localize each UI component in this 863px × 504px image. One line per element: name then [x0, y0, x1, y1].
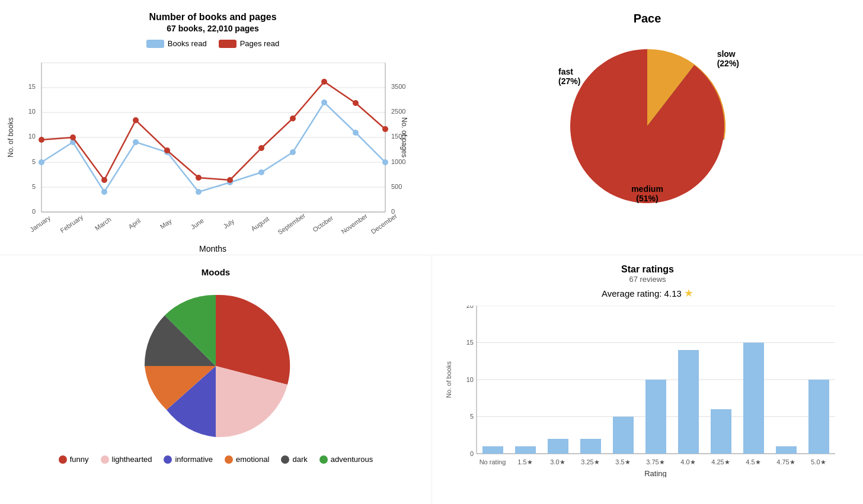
moods-legend-informative: informative — [164, 455, 213, 464]
moods-legend: funny lighthearted informative emotional… — [59, 455, 373, 464]
emotional-label: emotional — [236, 455, 269, 464]
svg-text:5: 5 — [32, 158, 36, 165]
line-chart-subtitle: 67 books, 22,010 pages — [6, 24, 420, 33]
svg-point-36 — [39, 159, 44, 165]
svg-point-47 — [382, 159, 388, 165]
svg-point-52 — [164, 147, 170, 153]
svg-text:2500: 2500 — [391, 108, 405, 115]
svg-text:June: June — [189, 217, 204, 231]
svg-text:3.5★: 3.5★ — [615, 458, 630, 466]
svg-text:April: April — [127, 217, 142, 230]
moods-chart-panel: Moods — [0, 255, 432, 504]
svg-point-44 — [290, 149, 296, 155]
lighthearted-label: lighthearted — [112, 455, 152, 464]
svg-rect-77 — [548, 439, 568, 454]
svg-text:0: 0 — [470, 450, 474, 457]
svg-rect-87 — [711, 409, 731, 454]
main-container: Number of books and pages 67 books, 22,0… — [0, 0, 863, 504]
svg-text:5: 5 — [470, 413, 474, 420]
svg-point-49 — [70, 134, 76, 140]
svg-text:4.75★: 4.75★ — [776, 458, 795, 466]
svg-text:10: 10 — [28, 133, 36, 140]
svg-rect-89 — [743, 343, 764, 454]
svg-rect-93 — [808, 380, 829, 454]
adventurous-label: adventurous — [331, 455, 373, 464]
svg-point-54 — [227, 177, 233, 183]
line-chart-panel: Number of books and pages 67 books, 22,0… — [0, 0, 432, 255]
svg-rect-79 — [580, 439, 601, 454]
line-chart-legend: Books read Pages read — [6, 39, 420, 48]
svg-rect-75 — [515, 447, 536, 454]
svg-text:September: September — [276, 211, 306, 236]
svg-point-57 — [321, 79, 327, 85]
legend-books-color — [146, 40, 164, 48]
pace-chart-panel: Pace fast(27%) sl — [432, 0, 863, 255]
svg-text:March: March — [94, 216, 113, 232]
svg-point-58 — [353, 100, 359, 106]
emotional-dot — [225, 455, 233, 464]
svg-point-55 — [258, 145, 264, 151]
svg-text:4.25★: 4.25★ — [711, 458, 730, 466]
avg-rating-text: Average rating: 4.13 — [602, 288, 682, 298]
svg-text:3.0★: 3.0★ — [550, 458, 565, 466]
svg-text:February: February — [59, 213, 84, 234]
svg-rect-91 — [776, 447, 797, 454]
moods-pie-svg — [133, 283, 299, 449]
svg-rect-73 — [482, 447, 503, 454]
svg-text:1000: 1000 — [391, 158, 405, 165]
pace-pie-container: fast(27%) slow(22%) medium(51%) — [552, 31, 742, 221]
bar-chart-svg: 0 5 10 15 20 No. of books No rating 1.5★… — [444, 306, 847, 477]
legend-books-label: Books read — [168, 39, 207, 48]
svg-point-48 — [39, 137, 44, 143]
svg-text:December: December — [369, 212, 398, 235]
svg-text:No. of pages: No. of pages — [400, 117, 408, 158]
svg-rect-85 — [678, 350, 699, 454]
lighthearted-dot — [101, 455, 109, 464]
svg-text:May: May — [159, 217, 173, 230]
svg-text:1.5★: 1.5★ — [517, 458, 532, 466]
svg-text:November: November — [340, 212, 369, 235]
moods-legend-dark: dark — [281, 455, 307, 464]
avg-rating: Average rating: 4.13 ★ — [444, 287, 851, 300]
star-ratings-panel: Star ratings 67 reviews Average rating: … — [432, 255, 863, 504]
svg-point-59 — [382, 126, 388, 132]
legend-pages-label: Pages read — [240, 39, 280, 48]
line-chart-title: Number of books and pages — [6, 12, 420, 23]
legend-books: Books read — [146, 39, 207, 48]
svg-point-51 — [133, 117, 139, 123]
svg-rect-83 — [645, 380, 666, 454]
svg-text:3500: 3500 — [391, 83, 405, 90]
svg-text:July: July — [222, 217, 235, 230]
informative-dot — [164, 455, 172, 464]
svg-text:No. of books: No. of books — [7, 117, 15, 157]
books-count: 67 books — [167, 24, 203, 33]
star-ratings-title: Star ratings — [444, 264, 851, 275]
moods-legend-adventurous: adventurous — [319, 455, 373, 464]
svg-point-39 — [133, 139, 139, 145]
svg-text:4.5★: 4.5★ — [746, 458, 760, 466]
svg-point-53 — [196, 175, 202, 181]
svg-text:3.25★: 3.25★ — [581, 458, 599, 466]
svg-point-50 — [101, 177, 107, 183]
svg-text:0: 0 — [32, 208, 36, 215]
pace-medium-label: medium(51%) — [631, 184, 663, 203]
star-icon: ★ — [684, 287, 693, 299]
svg-text:October: October — [311, 214, 334, 233]
dark-label: dark — [292, 455, 307, 464]
moods-legend-funny: funny — [59, 455, 89, 464]
funny-dot — [59, 455, 67, 464]
svg-text:4.0★: 4.0★ — [680, 458, 695, 466]
adventurous-dot — [319, 455, 328, 464]
star-ratings-subtitle: 67 reviews — [444, 275, 851, 284]
moods-content: funny lighthearted informative emotional… — [12, 283, 420, 464]
svg-point-46 — [353, 130, 359, 136]
svg-text:January: January — [28, 214, 52, 233]
svg-text:10: 10 — [466, 376, 474, 383]
legend-pages: Pages read — [219, 39, 280, 48]
x-axis-label: Months — [6, 244, 420, 253]
svg-text:August: August — [250, 215, 270, 232]
pages-line — [41, 82, 385, 180]
svg-text:5: 5 — [32, 183, 36, 190]
svg-text:No. of books: No. of books — [445, 361, 452, 398]
funny-label: funny — [70, 455, 89, 464]
